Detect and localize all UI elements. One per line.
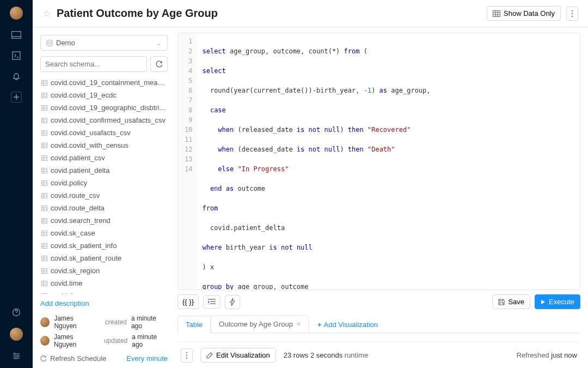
svg-rect-51 [42, 180, 47, 185]
tab-table[interactable]: Table [177, 316, 211, 333]
pencil-icon [206, 352, 213, 359]
table-icon [41, 218, 47, 224]
svg-point-17 [572, 15, 573, 17]
dashboards-icon[interactable] [11, 29, 22, 40]
kebab-icon [186, 352, 188, 359]
table-icon [41, 80, 47, 86]
table-icon [41, 93, 47, 98]
favorite-star-icon[interactable]: ☆ [42, 8, 51, 20]
svg-rect-0 [12, 32, 21, 39]
schema-refresh-button[interactable] [150, 56, 168, 72]
params-button[interactable]: {{ }} [177, 294, 199, 309]
row-count-label: 23 rows 2 seconds runtime [284, 351, 368, 359]
schema-search-input[interactable] [40, 56, 147, 72]
svg-point-112 [186, 357, 188, 359]
schema-table-item[interactable]: covid.covid_confirmed_usafacts_csv [40, 114, 168, 126]
results-table: age_groupoutcomecount(1) 0In Progress110… [177, 337, 580, 342]
author-avatar [40, 317, 50, 327]
grid-icon [493, 10, 500, 17]
queries-icon[interactable] [11, 50, 22, 61]
schema-table-item[interactable]: covid.sk_region [40, 264, 168, 277]
column-header[interactable]: count(1) [409, 337, 580, 342]
svg-rect-23 [42, 93, 47, 98]
svg-rect-71 [42, 243, 47, 248]
schema-table-item[interactable]: covid.time [40, 277, 168, 289]
schema-table-item[interactable]: covid.sk_case [40, 227, 168, 239]
save-icon [498, 299, 505, 305]
svg-rect-59 [42, 206, 47, 210]
schema-table-item[interactable]: covid.covid_usafacts_csv [40, 126, 168, 139]
alerts-icon[interactable] [11, 71, 22, 82]
create-icon[interactable] [11, 92, 22, 102]
help-icon[interactable] [11, 307, 22, 318]
table-icon [41, 193, 47, 198]
editor-code[interactable]: select age_group, outcome, count(*) from… [197, 33, 580, 289]
query-workspace: 1234567891011121314 select age_group, ou… [174, 27, 588, 368]
svg-rect-63 [42, 218, 47, 223]
editor-toolbar: {{ }} Save Execute [177, 294, 580, 309]
table-icon [41, 130, 47, 136]
format-button[interactable] [203, 295, 220, 309]
column-header[interactable]: outcome [232, 337, 409, 342]
nav-rail [0, 0, 33, 368]
svg-point-111 [186, 354, 188, 356]
settings-icon[interactable] [11, 351, 22, 361]
table-icon [41, 231, 47, 236]
schema-table-item[interactable]: covid.covid_with_census [40, 139, 168, 152]
sql-editor[interactable]: 1234567891011121314 select age_group, ou… [177, 33, 580, 290]
more-menu-button[interactable] [566, 7, 578, 21]
add-description-link[interactable]: Add description [40, 294, 168, 313]
indent-icon [208, 299, 216, 305]
svg-point-9 [15, 358, 17, 359]
page-title: Patient Outcome by Age Group [57, 7, 218, 20]
table-icon [41, 256, 47, 261]
user-avatar[interactable] [10, 328, 23, 341]
refresh-schedule-link[interactable]: Every minute [126, 354, 168, 363]
schema-table-item[interactable]: covid.route_delta [40, 202, 168, 214]
workspace-avatar[interactable] [10, 7, 23, 20]
datasource-select[interactable]: Demo ⌄ [40, 35, 168, 51]
show-data-only-button[interactable]: Show Data Only [487, 6, 561, 21]
schema-table-item[interactable]: covid.sk_patient_route [40, 252, 168, 264]
table-icon [41, 243, 47, 249]
tab-visualization[interactable]: Outcome by Age Group ✕ [211, 315, 309, 333]
svg-rect-2 [13, 52, 20, 59]
schema-table-item[interactable]: covid.search_trend [40, 214, 168, 227]
schema-table-item[interactable]: covid.time_age [40, 289, 168, 294]
updated-by-row: James Nguyen updated a minute ago [40, 331, 168, 350]
svg-rect-83 [42, 281, 47, 286]
author-avatar [40, 336, 50, 346]
results-panel: age_groupoutcomecount(1) 0In Progress110… [177, 333, 580, 342]
schema-table-item[interactable]: covid.policy [40, 177, 168, 189]
close-icon[interactable]: ✕ [296, 321, 301, 328]
table-icon [41, 143, 47, 148]
main-panel: ☆ Patient Outcome by Age Group Show Data… [33, 0, 588, 368]
svg-point-18 [47, 40, 52, 42]
save-button[interactable]: Save [492, 294, 530, 309]
column-header[interactable]: age_group [177, 337, 232, 342]
svg-rect-19 [42, 80, 47, 85]
table-icon [41, 206, 47, 211]
table-icon [41, 168, 47, 173]
schema-table-item[interactable]: covid.covid_19_ecdc [40, 89, 168, 101]
schema-table-item[interactable]: covid.sk_patient_info [40, 239, 168, 252]
table-icon [41, 155, 47, 161]
footer-more-button[interactable] [181, 348, 193, 363]
add-visualization-button[interactable]: +Add Visualization [309, 316, 386, 333]
execute-button[interactable]: Execute [535, 294, 580, 309]
svg-rect-39 [42, 143, 47, 148]
schema-table-item[interactable]: covid.patient_csv [40, 152, 168, 164]
editor-gutter: 1234567891011121314 [178, 33, 197, 289]
lightning-icon [230, 298, 235, 306]
svg-rect-47 [42, 168, 47, 173]
schema-table-item[interactable]: covid.route_csv [40, 189, 168, 202]
table-icon [41, 118, 47, 123]
limit-button[interactable] [225, 295, 240, 309]
svg-rect-31 [42, 118, 47, 123]
schema-table-item[interactable]: covid.covid_19_geographic_disbtrib... [40, 101, 168, 114]
schema-table-item[interactable]: covid.patient_delta [40, 164, 168, 177]
svg-rect-79 [42, 268, 47, 273]
schema-table-item[interactable]: covid.covid_19_containment_measu... [40, 76, 168, 89]
edit-visualization-button[interactable]: Edit Visualization [200, 348, 276, 363]
database-icon [46, 40, 53, 46]
